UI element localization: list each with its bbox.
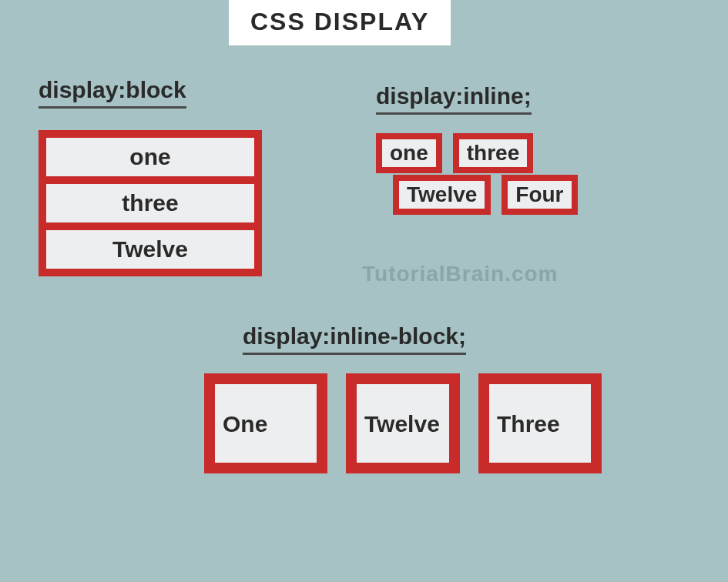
heading-display-block: display:block [39,77,186,109]
heading-display-inline-block: display:inline-block; [243,323,466,355]
inline-item: three [453,133,533,173]
inline-row: one three [376,133,589,176]
block-item: Twelve [46,230,254,269]
inline-item: one [376,133,442,173]
inlineblock-item: One [204,373,327,473]
inline-row: Twelve Four [393,175,589,218]
block-container: one three Twelve [39,130,262,276]
inline-item: Four [502,175,577,215]
section-display-block: display:block one three Twelve [39,77,262,276]
block-item: three [46,184,254,222]
page-title: CSS DISPLAY [250,8,429,35]
inlineblock-container: One Twelve Three [204,373,602,473]
inlineblock-item: Three [478,373,602,473]
inline-item: Twelve [393,175,491,215]
inlineblock-item: Twelve [346,373,460,473]
page-title-box: CSS DISPLAY [229,0,451,45]
section-display-inline-block: display:inline-block; One Twelve Three [243,323,602,473]
watermark-text: TutorialBrain.com [362,262,559,286]
heading-display-inline: display:inline; [376,83,532,115]
inline-container: one three Twelve Four [376,133,589,218]
block-item: one [46,138,254,176]
section-display-inline: display:inline; one three Twelve Four [376,83,589,218]
